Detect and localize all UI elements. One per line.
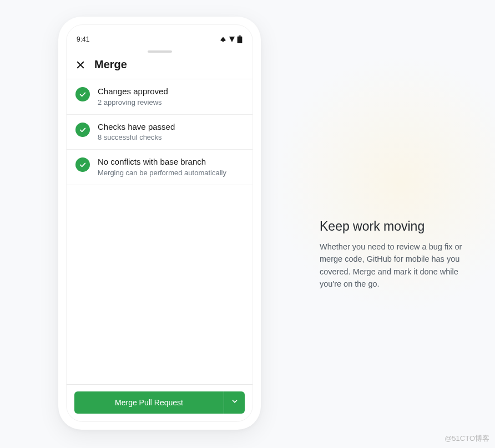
svg-rect-1 <box>239 35 241 37</box>
status-bar: 9:41 <box>67 29 252 49</box>
status-time: 9:41 <box>77 35 89 43</box>
check-icon <box>75 157 90 172</box>
status-subtitle: 8 successful checks <box>98 133 175 142</box>
promo-body: Whether you need to review a bug fix or … <box>320 241 478 291</box>
status-title: Checks have passed <box>98 121 175 133</box>
status-row-changes-approved[interactable]: Changes approved 2 approving reviews <box>67 79 252 115</box>
sheet-handle[interactable] <box>148 50 172 53</box>
status-title: Changes approved <box>98 86 168 97</box>
screen-header: Merge <box>67 58 252 79</box>
promo-block: Keep work moving Whether you need to rev… <box>320 219 478 291</box>
watermark: @51CTO博客 <box>445 434 489 444</box>
merge-options-button[interactable] <box>224 391 245 414</box>
battery-icon <box>237 35 243 43</box>
bottom-action-bar: Merge Pull Request <box>67 384 252 421</box>
status-text: No conflicts with base branch Merging ca… <box>98 156 226 178</box>
page-title: Merge <box>94 58 127 71</box>
status-row-no-conflicts[interactable]: No conflicts with base branch Merging ca… <box>67 150 252 185</box>
chevron-down-icon <box>231 398 239 408</box>
status-subtitle: 2 approving reviews <box>98 98 168 108</box>
signal-icon <box>228 36 236 43</box>
status-text: Checks have passed 8 successful checks <box>98 121 175 143</box>
status-title: No conflicts with base branch <box>98 156 226 167</box>
check-icon <box>75 87 90 101</box>
phone-frame: 9:41 Merge <box>58 17 261 430</box>
merge-button[interactable]: Merge Pull Request <box>74 391 224 414</box>
status-text: Changes approved 2 approving reviews <box>98 86 168 108</box>
promo-heading: Keep work moving <box>320 219 478 234</box>
check-icon <box>75 123 90 137</box>
wifi-icon <box>219 36 227 43</box>
merge-button-label: Merge Pull Request <box>115 398 183 407</box>
merge-button-group: Merge Pull Request <box>74 391 245 414</box>
close-icon[interactable] <box>75 60 85 70</box>
phone-screen: 9:41 Merge <box>66 24 253 422</box>
status-indicators <box>219 35 243 43</box>
status-subtitle: Merging can be performed automatically <box>98 168 226 178</box>
status-list: Changes approved 2 approving reviews Che… <box>67 79 252 384</box>
svg-rect-0 <box>238 37 243 43</box>
status-row-checks-passed[interactable]: Checks have passed 8 successful checks <box>67 115 252 150</box>
